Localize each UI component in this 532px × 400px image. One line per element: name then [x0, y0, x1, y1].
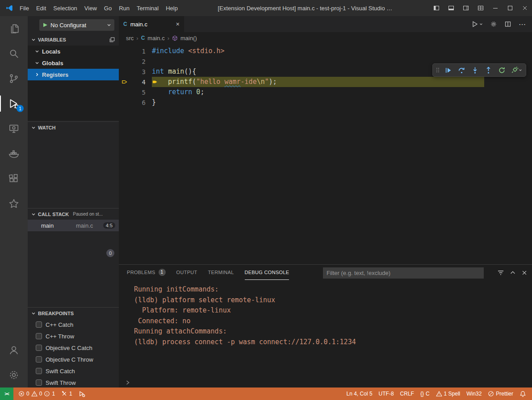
step-out-icon[interactable]: [482, 65, 494, 75]
checkbox[interactable]: [36, 345, 42, 351]
star-icon[interactable]: [0, 191, 28, 216]
line-content[interactable]: printf("hello wamr-ide\n");: [152, 77, 484, 87]
customize-layout-icon[interactable]: [473, 0, 488, 16]
code-line-1[interactable]: 1#include <stdio.h>: [119, 46, 532, 56]
minimize-button[interactable]: [488, 0, 503, 16]
docker-icon[interactable]: [0, 141, 28, 166]
gear-icon[interactable]: [490, 21, 497, 28]
remote-indicator[interactable]: ><: [0, 388, 13, 400]
more-actions-icon[interactable]: ⋯: [519, 20, 526, 29]
line-number[interactable]: 4: [130, 79, 146, 86]
line-number[interactable]: 1: [130, 48, 146, 55]
variables-scope-globals[interactable]: Globals: [28, 57, 119, 69]
tab-main-c[interactable]: C main.c ×: [119, 16, 184, 32]
close-panel-icon[interactable]: [521, 270, 528, 276]
breadcrumb-file[interactable]: main.c: [147, 35, 164, 42]
source-control-icon[interactable]: [0, 66, 28, 91]
restart-icon[interactable]: [495, 65, 508, 75]
variables-scope-locals[interactable]: Locals: [28, 46, 119, 57]
line-number[interactable]: 5: [130, 89, 146, 96]
step-into-icon[interactable]: [469, 65, 481, 75]
current-frame-arrow-icon[interactable]: [119, 79, 130, 85]
accounts-icon[interactable]: [0, 338, 28, 362]
menu-help[interactable]: Help: [162, 3, 181, 13]
split-editor-icon[interactable]: [504, 21, 511, 28]
code-line-6[interactable]: 6}: [119, 97, 532, 108]
checkbox[interactable]: [36, 356, 42, 362]
breakpoint-swift-throw[interactable]: Swift Throw: [28, 377, 119, 388]
platform-indicator[interactable]: Win32: [463, 391, 485, 397]
line-number[interactable]: 2: [130, 58, 146, 65]
cursor-position[interactable]: Ln 4, Col 5: [343, 391, 376, 397]
language-mode[interactable]: {} C: [417, 391, 433, 397]
eol-indicator[interactable]: CRLF: [397, 391, 417, 397]
console-lines[interactable]: Running initCommands:(lldb) platform sel…: [119, 281, 532, 347]
menu-run[interactable]: Run: [115, 3, 133, 13]
panel-tab-output[interactable]: OUTPUT: [176, 265, 197, 280]
spell-status[interactable]: 1 Spell: [433, 391, 464, 397]
breakpoints-section-header[interactable]: BREAKPOINTS: [28, 307, 119, 319]
step-over-icon[interactable]: [455, 65, 468, 75]
checkbox[interactable]: [36, 368, 42, 374]
collapse-all-icon[interactable]: [109, 37, 115, 43]
problems-status[interactable]: 0 0 1: [15, 391, 58, 397]
toggle-secondary-sidebar-icon[interactable]: [458, 0, 473, 16]
notifications-bell-icon[interactable]: [516, 391, 529, 397]
explorer-icon[interactable]: [0, 16, 28, 41]
breakpoint-objective-c-throw[interactable]: Objective C Throw: [28, 354, 119, 365]
search-icon[interactable]: [0, 41, 28, 66]
breakpoint-objective-c-catch[interactable]: Objective C Catch: [28, 342, 119, 354]
menu-go[interactable]: Go: [101, 3, 115, 13]
panel-tab-debug-console[interactable]: DEBUG CONSOLE: [245, 265, 289, 280]
extensions-icon[interactable]: [0, 166, 28, 191]
checkbox[interactable]: [36, 321, 42, 328]
toggle-panel-icon[interactable]: [444, 0, 458, 16]
menu-terminal[interactable]: Terminal: [133, 3, 162, 13]
line-content[interactable]: }: [152, 97, 484, 108]
call-stack-section-header[interactable]: CALL STACK Paused on st...: [28, 208, 119, 220]
line-number[interactable]: 3: [130, 68, 146, 75]
breakpoint-c-throw[interactable]: C++ Throw: [28, 330, 119, 342]
breakpoint-swift-catch[interactable]: Swift Catch: [28, 365, 119, 377]
run-file-icon[interactable]: [471, 21, 483, 28]
disconnect-icon[interactable]: [509, 65, 524, 75]
breakpoint-c-catch[interactable]: C++ Catch: [28, 319, 119, 330]
toolbar-drag-handle[interactable]: [435, 65, 441, 75]
watch-section-header[interactable]: WATCH: [28, 121, 119, 133]
tools-status[interactable]: 1: [58, 391, 75, 397]
breadcrumb-symbol[interactable]: main(): [180, 35, 197, 42]
panel-tab-problems[interactable]: PROBLEMS1: [127, 265, 166, 280]
checkbox[interactable]: [36, 379, 42, 386]
close-tab-icon[interactable]: ×: [176, 21, 180, 28]
console-filter-input[interactable]: [323, 267, 484, 279]
menu-view[interactable]: View: [81, 3, 101, 13]
debug-status[interactable]: [75, 391, 88, 397]
code-line-4[interactable]: 4printf("hello wamr-ide\n");: [119, 77, 532, 87]
start-debug-icon[interactable]: [42, 22, 48, 28]
menu-edit[interactable]: Edit: [33, 3, 50, 13]
line-content[interactable]: return 0;: [152, 87, 484, 97]
line-number[interactable]: 6: [130, 99, 146, 106]
run-and-debug-icon[interactable]: 1: [0, 91, 28, 116]
settings-gear-icon[interactable]: [0, 362, 28, 388]
breadcrumb-folder[interactable]: src: [126, 35, 134, 42]
variables-section-header[interactable]: VARIABLES: [28, 34, 119, 46]
continue-icon[interactable]: [442, 65, 454, 75]
menu-file[interactable]: File: [16, 3, 33, 13]
code-editor[interactable]: 1#include <stdio.h>23int main(){4printf(…: [119, 44, 532, 264]
variables-scope-registers[interactable]: Registers: [28, 69, 119, 80]
close-button[interactable]: [517, 0, 532, 16]
panel-tab-terminal[interactable]: TERMINAL: [208, 265, 234, 280]
menu-selection[interactable]: Selection: [50, 3, 80, 13]
filter-icon[interactable]: [497, 269, 504, 276]
encoding-indicator[interactable]: UTF-8: [376, 391, 397, 397]
formatter-status[interactable]: Prettier: [485, 391, 516, 397]
code-line-5[interactable]: 5 return 0;: [119, 87, 532, 97]
debug-config-dropdown[interactable]: No Configurat: [39, 19, 114, 31]
remote-explorer-icon[interactable]: [0, 116, 28, 141]
maximize-button[interactable]: [503, 0, 517, 16]
toggle-sidebar-icon[interactable]: [429, 0, 444, 16]
call-stack-frame[interactable]: main main.c 4:5: [28, 220, 119, 231]
console-prompt-icon[interactable]: [125, 380, 130, 385]
checkbox[interactable]: [36, 333, 42, 339]
